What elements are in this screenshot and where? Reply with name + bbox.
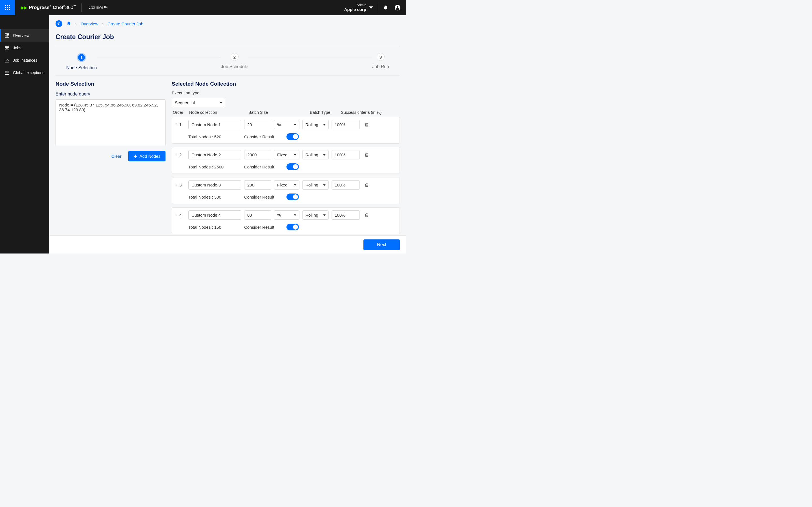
- delete-row-button[interactable]: [363, 151, 370, 158]
- batch-size-unit-select[interactable]: %: [274, 120, 299, 129]
- chevron-down-icon: [369, 6, 373, 10]
- chevron-left-icon: [57, 22, 61, 25]
- row-order: 4: [179, 213, 182, 217]
- svg-point-10: [397, 6, 398, 8]
- progress-mark-icon: ▸▸: [21, 4, 27, 11]
- row-order: 1: [179, 122, 182, 127]
- home-icon: [66, 21, 71, 26]
- consider-result-toggle[interactable]: [287, 224, 299, 230]
- plus-icon: [133, 154, 137, 158]
- breadcrumb-link-overview[interactable]: Overview: [81, 21, 98, 26]
- step-connector: [97, 57, 221, 57]
- clear-button[interactable]: Clear: [111, 154, 121, 159]
- row-order: 3: [179, 182, 182, 187]
- breadcrumb: › Overview › Create Courier Job: [49, 15, 406, 30]
- sidebar-item-job-instances[interactable]: Job Instances: [0, 54, 49, 66]
- step-label: Job Schedule: [221, 64, 248, 69]
- node-collection-row: ⠿ 2 Fixed Rolling Total Nodes : 2500 Con…: [172, 147, 400, 174]
- drag-handle-icon[interactable]: ⠿: [175, 213, 177, 217]
- sidebar-item-jobs[interactable]: Jobs: [0, 42, 49, 54]
- sidebar-item-global-exceptions[interactable]: Global exceptions: [0, 66, 49, 79]
- step-label: Job Run: [372, 64, 389, 69]
- batch-size-input[interactable]: [244, 150, 271, 159]
- batch-type-select[interactable]: Rolling: [302, 180, 329, 189]
- delete-row-button[interactable]: [363, 121, 370, 128]
- profile-button[interactable]: [394, 4, 401, 11]
- chevron-right-icon: ›: [102, 21, 104, 26]
- chevron-right-icon: ›: [75, 21, 77, 26]
- trash-icon: [364, 182, 369, 187]
- total-nodes-label: Total Nodes : 300: [188, 194, 241, 200]
- success-criteria-input[interactable]: [332, 150, 360, 159]
- col-node-collection: Node collection: [189, 110, 246, 115]
- step-2[interactable]: 2 Job Schedule: [221, 53, 248, 69]
- trash-icon: [364, 152, 369, 157]
- sub-product-name: Courier™: [82, 5, 114, 10]
- brand-logo[interactable]: ▸▸ Progress® Chef®360™: [15, 0, 82, 15]
- consider-result-toggle[interactable]: [287, 163, 299, 170]
- notifications-button[interactable]: [382, 4, 389, 11]
- batch-size-input[interactable]: [244, 210, 271, 220]
- calendar-icon: [4, 45, 10, 50]
- delete-row-button[interactable]: [363, 212, 370, 219]
- node-selection-heading: Node Selection: [56, 81, 165, 87]
- chart-icon: [4, 58, 10, 63]
- batch-size-unit-select[interactable]: %: [274, 210, 299, 220]
- drag-handle-icon[interactable]: ⠿: [175, 123, 177, 126]
- total-nodes-label: Total Nodes : 150: [188, 225, 241, 230]
- step-3[interactable]: 3 Job Run: [372, 53, 389, 69]
- account-org: Apple corp: [344, 7, 366, 12]
- app-header: ▸▸ Progress® Chef®360™ Courier™ Admin Ap…: [0, 0, 406, 15]
- success-criteria-input[interactable]: [332, 120, 360, 129]
- total-nodes-label: Total Nodes : 2500: [188, 165, 241, 169]
- batch-size-input[interactable]: [244, 120, 271, 129]
- svg-rect-5: [9, 7, 10, 8]
- page-title: Create Courier Job: [49, 30, 406, 46]
- consider-result-label: Consider Result: [244, 225, 284, 230]
- batch-type-select[interactable]: Rolling: [302, 150, 329, 159]
- svg-rect-0: [5, 5, 6, 6]
- batch-type-select[interactable]: Rolling: [302, 120, 329, 129]
- drag-handle-icon[interactable]: ⠿: [175, 183, 177, 187]
- trash-icon: [364, 213, 369, 217]
- node-collection-row: ⠿ 1 % Rolling Total Nodes : 520 Consider…: [172, 117, 400, 144]
- step-label: Node Selection: [66, 65, 97, 70]
- drag-handle-icon[interactable]: ⠿: [175, 153, 177, 157]
- svg-rect-12: [7, 34, 9, 34]
- wizard-footer: Next: [49, 235, 406, 253]
- step-number: 3: [377, 53, 385, 61]
- sidebar: Overview Jobs Job Instances Global excep…: [0, 15, 49, 253]
- node-collection-row: ⠿ 4 % Rolling Total Nodes : 150 Consider…: [172, 207, 400, 234]
- success-criteria-input[interactable]: [332, 180, 360, 189]
- svg-rect-8: [9, 9, 10, 10]
- sidebar-item-label: Jobs: [13, 46, 21, 50]
- node-collection-name-input[interactable]: [188, 210, 241, 220]
- account-switcher[interactable]: Admin Apple corp: [344, 3, 377, 12]
- success-criteria-input[interactable]: [332, 210, 360, 220]
- breadcrumb-back-button[interactable]: [56, 20, 62, 27]
- consider-result-toggle[interactable]: [287, 133, 299, 140]
- add-nodes-button[interactable]: Add Nodes: [128, 151, 165, 161]
- next-button[interactable]: Next: [363, 239, 400, 250]
- sidebar-item-label: Overview: [13, 33, 29, 38]
- delete-row-button[interactable]: [363, 181, 370, 188]
- breadcrumb-link-current[interactable]: Create Courier Job: [108, 21, 144, 26]
- add-nodes-label: Add Nodes: [140, 154, 160, 159]
- node-collection-row: ⠿ 3 Fixed Rolling Total Nodes : 300 Cons…: [172, 177, 400, 204]
- consider-result-toggle[interactable]: [287, 193, 299, 200]
- batch-size-unit-select[interactable]: Fixed: [274, 180, 299, 189]
- batch-size-unit-select[interactable]: Fixed: [274, 150, 299, 159]
- svg-rect-4: [7, 7, 8, 8]
- step-1[interactable]: 1 Node Selection: [66, 53, 97, 70]
- execution-type-select[interactable]: Sequential: [172, 98, 225, 107]
- node-collection-name-input[interactable]: [188, 120, 241, 129]
- sidebar-item-overview[interactable]: Overview: [0, 29, 49, 42]
- node-collection-name-input[interactable]: [188, 150, 241, 159]
- batch-type-select[interactable]: Rolling: [302, 210, 329, 220]
- batch-size-input[interactable]: [244, 180, 271, 189]
- node-query-input[interactable]: [56, 100, 165, 146]
- breadcrumb-home[interactable]: [66, 21, 71, 27]
- apps-grid-button[interactable]: [0, 0, 15, 15]
- svg-rect-6: [5, 9, 6, 10]
- node-collection-name-input[interactable]: [188, 180, 241, 189]
